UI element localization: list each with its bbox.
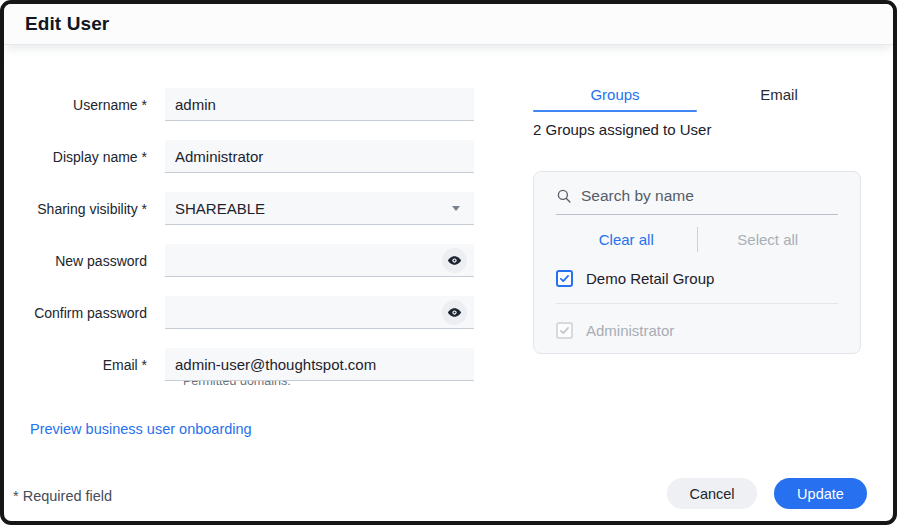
group-row-demo-retail: Demo Retail Group bbox=[556, 268, 838, 288]
chevron-down-icon bbox=[452, 206, 460, 211]
email-field[interactable] bbox=[165, 348, 474, 380]
sharing-visibility-value: SHAREABLE bbox=[165, 200, 452, 217]
email-field-wrap bbox=[165, 348, 474, 381]
search-icon bbox=[556, 188, 572, 204]
form-row-username: Username * bbox=[20, 88, 474, 121]
groups-section: Groups Email 2 Groups assigned to User C… bbox=[533, 86, 861, 354]
group-label: Administrator bbox=[586, 322, 674, 339]
user-form: Username * Display name * Sharing visibi… bbox=[20, 88, 474, 388]
new-password-input[interactable] bbox=[165, 244, 474, 276]
display-name-input[interactable] bbox=[165, 140, 474, 172]
tab-groups[interactable]: Groups bbox=[533, 86, 697, 112]
eye-icon bbox=[447, 305, 462, 320]
group-list-divider bbox=[556, 303, 838, 304]
edit-user-dialog: Edit User Username * Display name * Shar… bbox=[0, 0, 897, 525]
dialog-header: Edit User bbox=[4, 4, 893, 45]
new-password-label: New password bbox=[20, 253, 165, 269]
eye-icon bbox=[447, 253, 462, 268]
clear-all-link[interactable]: Clear all bbox=[556, 231, 697, 248]
bulk-actions: Clear all Select all bbox=[556, 226, 838, 252]
preview-onboarding-link[interactable]: Preview business user onboarding bbox=[30, 421, 252, 437]
search-input[interactable] bbox=[581, 187, 838, 205]
group-search-wrap bbox=[556, 187, 838, 215]
sharing-visibility-label: Sharing visibility * bbox=[20, 201, 165, 217]
administrator-checkbox bbox=[556, 322, 573, 339]
form-row-display-name: Display name * bbox=[20, 140, 474, 173]
form-row-confirm-password: Confirm password bbox=[20, 296, 474, 329]
footer-actions: Cancel Update bbox=[667, 478, 867, 509]
tab-email[interactable]: Email bbox=[697, 86, 861, 112]
new-password-field-wrap bbox=[165, 244, 474, 277]
display-name-field-wrap bbox=[165, 140, 474, 173]
update-button[interactable]: Update bbox=[774, 478, 867, 509]
username-label: Username * bbox=[20, 97, 165, 113]
required-field-note: * Required field bbox=[13, 488, 112, 504]
email-label: Email * bbox=[20, 357, 165, 373]
form-row-new-password: New password bbox=[20, 244, 474, 277]
group-row-administrator: Administrator bbox=[556, 320, 838, 340]
select-all-link[interactable]: Select all bbox=[698, 231, 839, 248]
demo-retail-checkbox[interactable] bbox=[556, 270, 573, 287]
cancel-button[interactable]: Cancel bbox=[667, 478, 757, 509]
tab-bar: Groups Email bbox=[533, 86, 861, 112]
form-row-sharing-visibility: Sharing visibility * SHAREABLE bbox=[20, 192, 474, 225]
page-title: Edit User bbox=[25, 13, 109, 35]
show-confirm-password-button[interactable] bbox=[442, 300, 467, 325]
group-label: Demo Retail Group bbox=[586, 270, 714, 287]
username-input[interactable] bbox=[165, 88, 474, 120]
group-picker-panel: Clear all Select all Demo Retail Group bbox=[533, 171, 861, 354]
form-row-email: Email * bbox=[20, 348, 474, 381]
show-password-button[interactable] bbox=[442, 248, 467, 273]
username-field-wrap bbox=[165, 88, 474, 121]
sharing-visibility-select[interactable]: SHAREABLE bbox=[165, 192, 474, 225]
confirm-password-field-wrap bbox=[165, 296, 474, 329]
confirm-password-input[interactable] bbox=[165, 296, 474, 328]
display-name-label: Display name * bbox=[20, 149, 165, 165]
confirm-password-label: Confirm password bbox=[20, 305, 165, 321]
groups-assigned-count: 2 Groups assigned to User bbox=[533, 121, 861, 138]
